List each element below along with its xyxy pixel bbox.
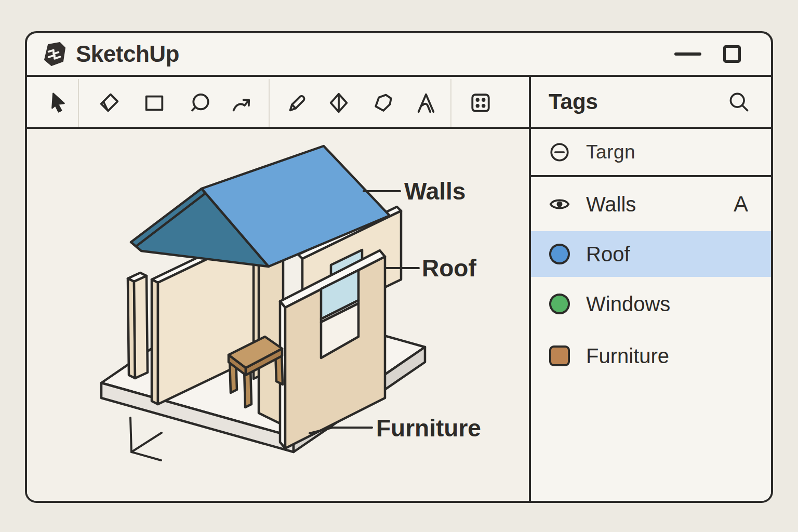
pencil-icon bbox=[285, 91, 309, 115]
tags-list: Targn Walls A Roof bbox=[531, 129, 771, 501]
toolbar-separator bbox=[78, 79, 79, 127]
roof-color-swatch bbox=[548, 242, 571, 266]
tag-row-windows[interactable]: Windows bbox=[531, 277, 771, 331]
toolbar bbox=[27, 77, 529, 127]
pencil-tool[interactable] bbox=[285, 90, 310, 115]
tag-row-roof[interactable]: Roof bbox=[531, 231, 771, 277]
walls-callout-label: Walls bbox=[404, 177, 466, 205]
tag-label: Roof bbox=[586, 243, 630, 266]
rectangle-tool[interactable] bbox=[142, 90, 167, 115]
axes-tool[interactable] bbox=[326, 90, 351, 115]
windows-color-swatch bbox=[548, 292, 571, 316]
tag-row-furniture[interactable]: Furniture bbox=[531, 331, 771, 381]
select-tool[interactable] bbox=[46, 90, 71, 115]
drawing-canvas[interactable]: Walls Roof Furniture bbox=[27, 129, 529, 501]
tags-panel-header: Tags bbox=[531, 77, 771, 127]
circle-tool[interactable] bbox=[188, 90, 212, 115]
tag-label: Targn bbox=[586, 141, 635, 163]
title-bar: SketchUp bbox=[27, 33, 771, 77]
components-dice-icon bbox=[469, 91, 493, 115]
polygon-icon bbox=[371, 91, 395, 115]
eraser-icon bbox=[97, 91, 121, 115]
arc-tool[interactable] bbox=[229, 90, 254, 115]
minimize-button[interactable] bbox=[674, 52, 701, 56]
protractor-icon bbox=[414, 91, 438, 115]
furniture-callout-label: Furniture bbox=[376, 414, 481, 442]
arc-arrow-icon bbox=[230, 91, 254, 115]
tags-search-button[interactable] bbox=[727, 90, 750, 113]
furniture-color-swatch bbox=[548, 344, 571, 368]
roof-callout-label: Roof bbox=[422, 254, 476, 282]
tag-trailing-letter: A bbox=[734, 192, 748, 217]
circle-icon bbox=[188, 91, 212, 115]
tag-label: Windows bbox=[586, 292, 670, 316]
wall-front-right bbox=[280, 250, 385, 448]
eye-icon bbox=[548, 192, 571, 216]
tags-panel-title: Tags bbox=[549, 89, 598, 114]
rectangle-icon bbox=[142, 91, 166, 115]
search-icon bbox=[727, 90, 750, 113]
tag-label: Furniture bbox=[586, 344, 669, 368]
toolbar-row: Tags bbox=[27, 77, 771, 129]
minus-circle-icon bbox=[548, 140, 571, 164]
toolbar-separator bbox=[269, 79, 270, 127]
diamond-icon bbox=[327, 91, 351, 115]
content-row: Walls Roof Furniture Targn bbox=[27, 129, 771, 501]
tag-label: Walls bbox=[586, 193, 636, 216]
polygon-tool[interactable] bbox=[370, 90, 395, 115]
wall-pillar bbox=[128, 273, 148, 378]
maximize-button[interactable] bbox=[723, 45, 741, 63]
eraser-tool[interactable] bbox=[97, 90, 122, 115]
tag-row-walls[interactable]: Walls A bbox=[531, 177, 771, 231]
toolbar-separator bbox=[450, 79, 451, 127]
sketchup-window: SketchUp bbox=[25, 31, 773, 503]
axes-origin-glyph bbox=[130, 418, 162, 460]
protractor-tool[interactable] bbox=[414, 90, 438, 115]
app-title: SketchUp bbox=[76, 41, 179, 67]
cursor-icon bbox=[46, 91, 70, 115]
components-tool[interactable] bbox=[468, 90, 493, 115]
sketchup-logo-icon bbox=[41, 42, 69, 66]
tag-row-targn[interactable]: Targn bbox=[531, 129, 771, 177]
